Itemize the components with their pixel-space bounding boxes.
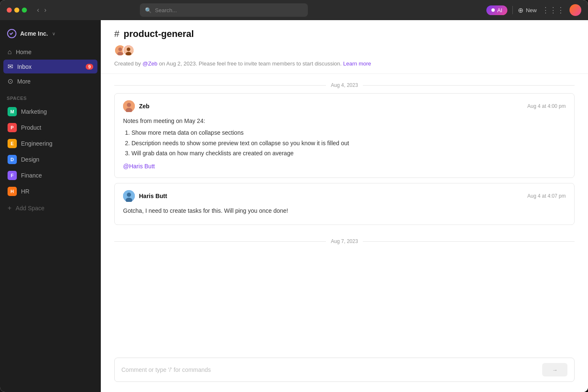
- haris-avatar-image: [123, 44, 134, 56]
- add-space-label: Add Space: [16, 205, 45, 212]
- sidebar-item-product[interactable]: P Product: [3, 120, 97, 135]
- sidebar-item-home[interactable]: ⌂ Home: [3, 45, 97, 59]
- product-icon: P: [8, 123, 17, 132]
- sidebar-item-more[interactable]: ⊙ More: [3, 74, 97, 88]
- list-item: Show more meta data on collapse sections: [131, 128, 566, 137]
- more-icon: ⊙: [8, 77, 13, 85]
- message-body-1: Notes from meeting on May 24: Show more …: [123, 116, 566, 171]
- workspace-logo-icon: [7, 29, 17, 39]
- ai-label: AI: [497, 7, 502, 13]
- content-area: # product-general: [101, 20, 588, 392]
- comment-input-wrapper: →: [114, 358, 575, 382]
- ai-button[interactable]: AI: [486, 5, 507, 15]
- description-prefix: Created by: [114, 60, 142, 67]
- svg-point-8: [127, 103, 131, 107]
- sidebar-nav: ⌂ Home ✉ Inbox 9 ⊙ More: [0, 45, 101, 89]
- back-arrow[interactable]: ‹: [35, 5, 41, 15]
- author-name-1: Zeb: [139, 103, 150, 110]
- learn-more-link[interactable]: Learn more: [343, 60, 371, 67]
- search-icon: 🔍: [145, 7, 152, 13]
- finance-icon: F: [8, 171, 17, 180]
- sidebar-item-marketing[interactable]: M Marketing: [3, 104, 97, 119]
- design-icon: D: [8, 155, 17, 164]
- haris-msg-avatar: [123, 190, 135, 202]
- search-input[interactable]: [155, 7, 303, 13]
- channel-description: Created by @Zeb on Aug 2, 2023. Please f…: [114, 60, 575, 67]
- forward-arrow[interactable]: ›: [42, 5, 48, 15]
- app-window: ‹ › 🔍 AI ⊕ New ⋮⋮⋮: [0, 0, 588, 392]
- nav-arrows: ‹ ›: [35, 5, 48, 15]
- messages-area: Aug 4, 2023 Zeb: [101, 74, 588, 351]
- add-space-icon: +: [8, 204, 11, 212]
- sidebar-item-design[interactable]: D Design: [3, 152, 97, 167]
- titlebar: ‹ › 🔍 AI ⊕ New ⋮⋮⋮: [0, 0, 588, 20]
- inbox-icon: ✉: [8, 63, 13, 71]
- divider: [512, 6, 513, 14]
- channel-hash-icon: #: [114, 29, 119, 39]
- close-button[interactable]: [7, 8, 12, 13]
- workspace-chevron-icon: ∨: [52, 31, 55, 37]
- hr-label: HR: [21, 188, 29, 195]
- engineering-label: Engineering: [21, 140, 52, 147]
- maximize-button[interactable]: [22, 8, 27, 13]
- home-icon: ⌂: [8, 48, 12, 56]
- sidebar-item-inbox[interactable]: ✉ Inbox 9: [3, 60, 97, 73]
- sidebar-item-inbox-label: Inbox: [17, 63, 32, 70]
- sidebar-item-hr[interactable]: H HR: [3, 184, 97, 199]
- ai-dot-icon: [491, 8, 495, 12]
- product-label: Product: [21, 124, 41, 131]
- sidebar-item-finance[interactable]: F Finance: [3, 168, 97, 183]
- send-icon: →: [552, 367, 558, 373]
- message-author-2: Haris Butt: [123, 190, 167, 202]
- add-space-button[interactable]: + Add Space: [3, 201, 97, 215]
- sidebar-item-home-label: Home: [16, 49, 32, 55]
- titlebar-right: AI ⊕ New ⋮⋮⋮: [486, 4, 581, 16]
- grid-icon[interactable]: ⋮⋮⋮: [542, 5, 564, 15]
- message-header-2: Haris Butt Aug 4 at 4:07 pm: [123, 190, 566, 202]
- send-button[interactable]: →: [542, 363, 567, 376]
- sidebar-item-engineering[interactable]: E Engineering: [3, 136, 97, 151]
- main-layout: Acme Inc. ∨ ⌂ Home ✉ Inbox 9 ⊙ More Spa: [0, 20, 588, 392]
- message-card-2: Haris Butt Aug 4 at 4:07 pm Gotcha, I ne…: [114, 183, 575, 225]
- msg-time-2: Aug 4 at 4:07 pm: [528, 193, 566, 199]
- workspace-header[interactable]: Acme Inc. ∨: [0, 27, 101, 45]
- zeb-msg-avatar: [123, 100, 135, 112]
- finance-label: Finance: [21, 172, 42, 179]
- svg-point-3: [117, 52, 123, 56]
- workspace-name: Acme Inc.: [20, 30, 48, 37]
- new-label: New: [526, 7, 537, 13]
- new-button[interactable]: ⊕ New: [518, 6, 537, 14]
- msg-list-1: Show more meta data on collapse sections…: [123, 128, 566, 158]
- message-header-1: Zeb Aug 4 at 4:00 pm: [123, 100, 566, 112]
- msg-body-text: Gotcha, I need to create tasks for this.…: [123, 206, 566, 215]
- creator-mention[interactable]: @Zeb: [142, 60, 158, 67]
- list-item: Description needs to show some preview t…: [131, 139, 566, 148]
- msg-body-prefix: Notes from meeting on May 24:: [123, 116, 566, 125]
- channel-title-row: # product-general: [114, 29, 575, 39]
- search-bar[interactable]: 🔍: [140, 3, 308, 17]
- inbox-badge: 9: [86, 64, 93, 70]
- message-card-1: Zeb Aug 4 at 4:00 pm Notes from meeting …: [114, 93, 575, 178]
- date-divider-aug4: Aug 4, 2023: [114, 74, 575, 93]
- author-name-2: Haris Butt: [139, 193, 167, 199]
- svg-point-5: [127, 47, 131, 51]
- msg-mention[interactable]: @Haris Butt: [123, 163, 155, 170]
- traffic-lights: [7, 8, 27, 13]
- channel-title: product-general: [123, 29, 194, 39]
- comment-input[interactable]: [121, 366, 539, 373]
- zeb-msg-avatar-image: [123, 100, 135, 112]
- user-avatar[interactable]: [570, 4, 581, 16]
- channel-header: # product-general: [101, 20, 588, 74]
- minimize-button[interactable]: [14, 8, 19, 13]
- comment-area: →: [101, 351, 588, 392]
- hr-icon: H: [8, 187, 17, 196]
- msg-time-1: Aug 4 at 4:00 pm: [528, 103, 566, 109]
- haris-msg-avatar-image: [123, 190, 135, 202]
- sidebar-item-more-label: More: [17, 78, 31, 85]
- engineering-icon: E: [8, 139, 17, 148]
- list-item: Will grab data on how many checklists ar…: [131, 149, 566, 158]
- channel-members: [114, 44, 575, 56]
- member-avatar-haris[interactable]: [123, 44, 134, 56]
- design-label: Design: [21, 156, 39, 163]
- date-divider-aug7: Aug 7, 2023: [114, 230, 575, 249]
